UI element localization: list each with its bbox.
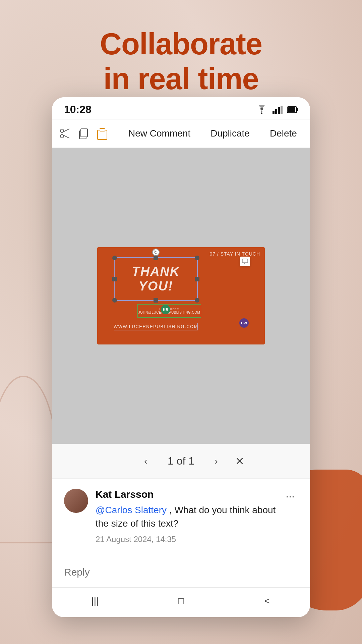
pagination-bar: ‹ 1 of 1 › ✕ [52, 444, 310, 478]
copy-button[interactable] [77, 124, 89, 143]
toolbar: New Comment Duplicate Delete [52, 119, 310, 148]
paste-icon [96, 127, 108, 140]
delete-button[interactable]: Delete [263, 125, 304, 142]
kb-avatar: KB [161, 305, 170, 314]
handle-tm[interactable] [154, 256, 158, 260]
svg-line-10 [63, 129, 69, 132]
comments-section: Kat Larsson @Carlos Slattery , What do y… [52, 478, 310, 557]
url-bar: WWW.LUCERNEPUBLISHING.COM [114, 323, 198, 330]
bottom-nav: ||| □ < [52, 587, 310, 617]
handle-bl[interactable] [112, 298, 117, 303]
cw-avatar: CW [239, 318, 249, 328]
comment-username: Kat Larsson [96, 489, 282, 500]
signal-icon [273, 105, 283, 114]
next-page-button[interactable]: › [208, 453, 225, 470]
comment-body: Kat Larsson @Carlos Slattery , What do y… [96, 489, 282, 544]
svg-rect-4 [281, 106, 283, 114]
svg-point-0 [261, 112, 262, 114]
comment-header: Kat Larsson @Carlos Slattery , What do y… [64, 489, 298, 544]
svg-rect-17 [242, 259, 248, 263]
wifi-icon [256, 105, 268, 114]
svg-rect-7 [288, 107, 295, 112]
back-icon[interactable]: < [257, 594, 277, 608]
handle-bm[interactable] [154, 298, 158, 303]
svg-line-11 [63, 135, 69, 138]
scissors-icon [59, 127, 71, 140]
svg-rect-2 [275, 109, 277, 114]
handle-mr[interactable] [195, 277, 199, 281]
copy-icon [77, 127, 89, 140]
svg-point-8 [60, 129, 64, 132]
rotate-handle[interactable]: ↻ [152, 249, 160, 256]
recent-apps-icon[interactable]: ||| [85, 594, 105, 608]
canvas-area: 07 / STAY IN TOUCH ↻ [52, 148, 310, 444]
close-pagination-button[interactable]: ✕ [235, 455, 244, 468]
slide-card: 07 / STAY IN TOUCH ↻ [97, 247, 265, 344]
handle-tl[interactable] [112, 256, 117, 260]
svg-rect-3 [278, 107, 280, 114]
status-time: 10:28 [64, 103, 92, 116]
avatar [64, 489, 88, 513]
thank-you-element[interactable]: ↻ THANK YOU! [114, 257, 198, 301]
page-title: Collaborate in real time [0, 27, 362, 96]
svg-rect-16 [100, 129, 105, 131]
slide-label: 07 / STAY IN TOUCH [209, 251, 260, 257]
svg-rect-1 [273, 111, 275, 114]
phone-mockup: 10:28 [52, 97, 310, 617]
handle-tr[interactable] [195, 256, 199, 260]
pagination-text: 1 of 1 [168, 455, 194, 467]
svg-rect-14 [98, 130, 107, 140]
home-icon[interactable]: □ [171, 594, 191, 608]
svg-rect-6 [297, 108, 298, 111]
prev-page-button[interactable]: ‹ [137, 453, 154, 470]
new-comment-button[interactable]: New Comment [122, 125, 197, 142]
comment-more-button[interactable]: ··· [282, 489, 298, 504]
duplicate-button[interactable]: Duplicate [204, 125, 256, 142]
thank-you-text: THANK YOU! [132, 264, 180, 293]
svg-point-9 [60, 135, 64, 138]
reply-input[interactable] [64, 567, 298, 578]
cut-button[interactable] [59, 124, 71, 143]
status-bar: 10:28 [52, 97, 310, 119]
handle-ml[interactable] [112, 277, 117, 281]
reply-bar [52, 557, 310, 587]
url-text: WWW.LUCERNEPUBLISHING.COM [114, 324, 198, 329]
comment-bubble-icon[interactable] [240, 257, 250, 266]
comment-timestamp: 21 August 2024, 14:35 [96, 535, 282, 544]
paste-button[interactable] [96, 124, 108, 143]
chat-icon [242, 259, 248, 264]
status-icons [256, 105, 298, 114]
comment-user-row: Kat Larsson @Carlos Slattery , What do y… [64, 489, 282, 544]
mention-link[interactable]: @Carlos Slattery [96, 505, 167, 515]
comment-text: @Carlos Slattery , What do you think abo… [96, 503, 282, 531]
handle-br[interactable] [195, 298, 199, 303]
svg-rect-13 [81, 129, 87, 137]
avatar-image [64, 489, 88, 513]
battery-icon [287, 105, 298, 114]
